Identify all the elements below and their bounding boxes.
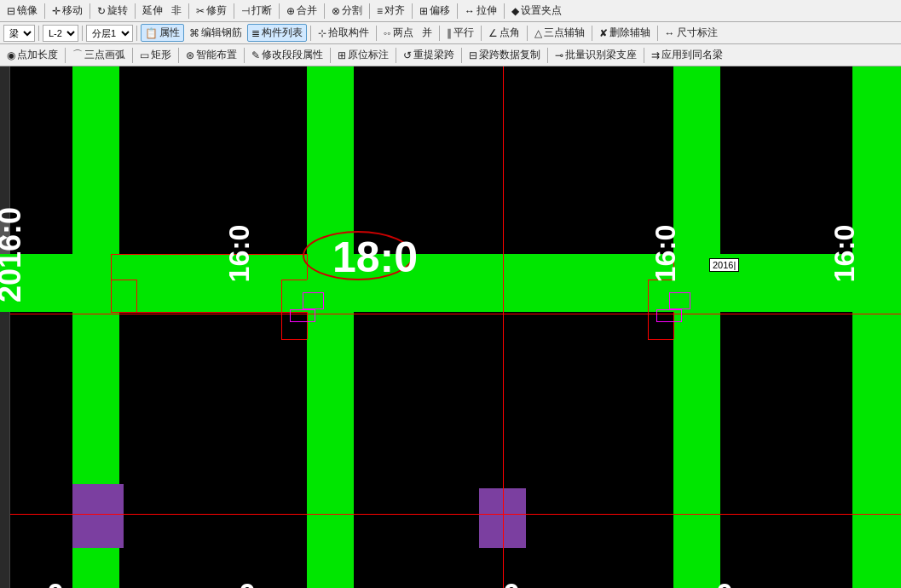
label-0-1: 0: [47, 578, 64, 588]
toolbar-three-point-axis[interactable]: △ 三点辅轴: [531, 25, 588, 41]
sep-t3-6: [396, 48, 396, 63]
smartplace-icon: ⊛: [186, 49, 194, 61]
toolbar-move[interactable]: ✛ 移动: [49, 3, 86, 19]
dimension-icon: ↔: [665, 27, 675, 39]
toolbar-align[interactable]: ≡ 对齐: [373, 3, 408, 19]
split-icon: ⊗: [332, 5, 340, 17]
modifysegment-icon: ✎: [251, 49, 260, 61]
step-1d: [119, 312, 136, 313]
left-panel: ▶: [0, 66, 10, 588]
label-16-col3: 16:0: [649, 224, 682, 282]
toolbar-rotate[interactable]: ↻ 旋转: [94, 3, 131, 19]
toolbar-and[interactable]: 并: [419, 25, 436, 41]
trim-icon: ✂: [196, 5, 205, 17]
sep-11: [504, 3, 505, 19]
toolbar-setpoint[interactable]: ◆ 设置夹点: [508, 3, 565, 19]
toolbar-edit-rebar[interactable]: ⌘ 编辑钢筋: [186, 25, 245, 41]
magenta-mark-3: [669, 292, 690, 309]
sep-7: [324, 3, 325, 19]
red-line-v-2: [503, 135, 504, 588]
label-0-3: 0: [503, 578, 520, 588]
step-3d: [648, 339, 673, 340]
toolbar-dimension[interactable]: ↔ 尺寸标注: [661, 25, 721, 41]
label-16-col2: 16:0: [222, 224, 256, 282]
sep-t3-9: [644, 48, 644, 63]
red-line-h-2: [10, 514, 901, 515]
reextract-icon: ↺: [403, 49, 412, 61]
magenta-mark-1: [303, 292, 324, 309]
sep-t2-1: [38, 26, 39, 41]
pointlength-icon: ◉: [7, 49, 15, 61]
move-icon: ✛: [52, 5, 61, 17]
sep-t3-5: [330, 48, 331, 63]
toolbar-trim[interactable]: ✂ 修剪: [193, 3, 230, 19]
merge-icon: ⊕: [286, 5, 295, 17]
step-1b: [111, 280, 136, 280]
rebar-icon: ⌘: [189, 27, 199, 39]
sep-t3-3: [178, 48, 179, 63]
toolbar-span-copy[interactable]: ⊟ 梁跨数据复制: [465, 47, 544, 63]
parallel-icon: ∥: [447, 27, 452, 39]
toolbar-origin-mark[interactable]: ⊞ 原位标注: [334, 47, 392, 63]
magenta-mark-4: [656, 309, 682, 322]
layer-select[interactable]: 分层1: [86, 25, 133, 42]
label-18: 18:0: [332, 233, 418, 282]
toolbar-merge[interactable]: ⊕ 合并: [283, 3, 321, 19]
sep-t2-7: [481, 26, 482, 41]
list-icon: ≣: [251, 27, 260, 39]
toolbar-break[interactable]: ⊣ 打断: [238, 3, 275, 19]
toolbar-row-2: 梁 L-2 分层1 📋 属性 ⌘ 编辑钢筋 ≣ 构件列表 ⊹ 拾取构件 ◦◦ 两…: [0, 22, 901, 44]
toolbar-pick-component[interactable]: ⊹ 拾取构件: [315, 25, 373, 41]
spancopy-icon: ⊟: [469, 49, 477, 61]
applysame-icon: ⇉: [651, 49, 660, 61]
toolbar-three-arc[interactable]: ⌒ 三点画弧: [69, 47, 129, 63]
properties-icon: 📋: [145, 27, 158, 39]
small-green-1: [72, 552, 119, 564]
canvas-area[interactable]: ▶ 2016| 2016:: [0, 66, 901, 588]
sep-t2-8: [527, 26, 528, 41]
toolbar-row-1: ⊟ 镜像 ✛ 移动 ↻ 旋转 延伸 非 ✂ 修剪 ⊣ 打断 ⊕ 合并 ⊗ 分割 …: [0, 0, 901, 22]
sep-t2-5: [376, 26, 377, 41]
toolbar-apply-same[interactable]: ⇉ 应用到同名梁: [648, 47, 726, 63]
toolbar-extend[interactable]: 延伸: [139, 3, 166, 19]
toolbar-properties[interactable]: 📋 属性: [141, 24, 184, 42]
align-icon: ≡: [377, 5, 383, 17]
toolbar-point-angle[interactable]: ∠ 点角: [485, 25, 523, 41]
toolbar-stretch[interactable]: ↔ 拉伸: [461, 3, 500, 19]
sep-4: [188, 3, 189, 19]
toolbar-batch-identify[interactable]: ⊸ 批量识别梁支座: [552, 47, 640, 63]
toolbar-non[interactable]: 非: [168, 3, 185, 19]
toolbar-modify-segment[interactable]: ✎ 修改段段属性: [248, 47, 326, 63]
step-2d: [281, 339, 307, 340]
step-3c: [648, 280, 649, 339]
sep-9: [412, 3, 413, 19]
toolbar-mirror[interactable]: ⊟ 镜像: [3, 3, 41, 19]
toolbar-delete-axis[interactable]: ✘ 删除辅轴: [596, 25, 654, 41]
tooltip-box: 2016|: [709, 258, 739, 272]
toolbar-rect[interactable]: ▭ 矩形: [136, 47, 175, 63]
toolbar-point-length[interactable]: ◉ 点加长度: [3, 47, 61, 63]
toolbar-parallel[interactable]: ∥ 平行: [443, 25, 477, 41]
rotate-icon: ↻: [97, 5, 106, 17]
sep-3: [135, 3, 136, 19]
toolbar-re-extract[interactable]: ↺ 重提梁跨: [400, 47, 458, 63]
green-col-4: [852, 66, 901, 588]
toolbar-offset[interactable]: ⊞ 偏移: [416, 3, 453, 19]
sep-t3-1: [65, 48, 66, 63]
sep-t2-4: [310, 26, 311, 41]
stretch-icon: ↔: [465, 5, 475, 17]
toolbar-split[interactable]: ⊗ 分割: [328, 3, 366, 19]
beam-id-select[interactable]: L-2: [43, 25, 78, 42]
toolbar-smart-place[interactable]: ⊛ 智能布置: [182, 47, 240, 63]
toolbar-two-points[interactable]: ◦◦ 两点: [380, 25, 417, 41]
green-col-3: [673, 66, 720, 588]
magenta-mark-2: [290, 309, 315, 322]
sep-8: [369, 3, 370, 19]
red-beam-bot-1: [111, 312, 307, 313]
beam-type-select[interactable]: 梁: [3, 25, 35, 42]
sep-t3-4: [244, 48, 245, 63]
threepoint-icon: △: [534, 27, 542, 39]
originmark-icon: ⊞: [338, 49, 346, 61]
toolbar-component-list[interactable]: ≣ 构件列表: [247, 24, 307, 42]
label-2016: 2016:0: [0, 207, 28, 303]
